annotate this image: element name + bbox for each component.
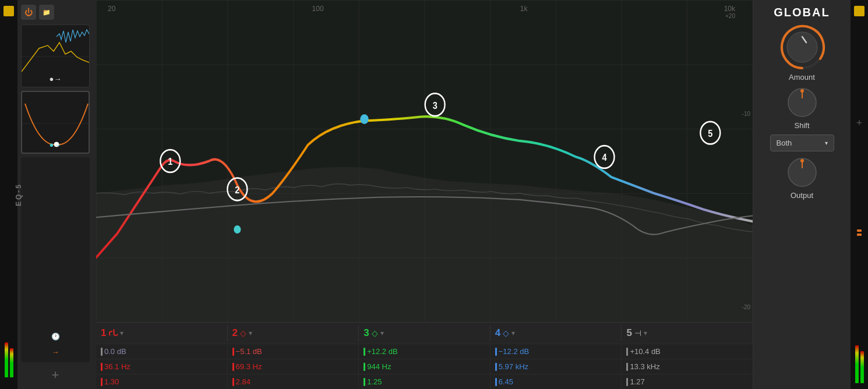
band-3-dropdown[interactable]: ▾ [380,329,384,337]
left-meter-bar2 [10,348,13,377]
amount-knob-container: Amount [779,24,825,82]
band-3-gain-cell: +12.2 dB [359,344,491,359]
output-knob[interactable] [786,156,818,189]
band-3-freq: 944 Hz [367,362,391,371]
band-4-q-indicator [495,378,497,386]
band-5-q: 1.27 [630,377,644,386]
left-meter-bar [5,342,8,377]
band-1-dropdown[interactable]: ▾ [120,329,124,337]
band-2-gain-cell: −5.1 dB [228,344,359,359]
band-4-freq-indicator [495,363,497,371]
shift-knob-container: Shift [786,86,818,130]
band-5-q-cell: 1.27 [622,374,753,389]
right-indicator-square [854,6,865,16]
gain-row: 0.0 dB −5.1 dB +12.2 dB −12.2 dB +10.4 d… [96,344,753,359]
svg-text:4: 4 [602,153,606,163]
folder-button[interactable]: 📁 [39,5,54,20]
band-2-num: 2 [232,327,238,339]
band-1-gain-cell: 0.0 dB [96,344,228,359]
band-2-q: 2.84 [236,377,250,386]
output-label: Output [791,191,813,200]
band-2-icon: ◇ [240,328,246,338]
band-3-q-cell: 1.25 [359,374,491,389]
clock-icon: 🕐 [49,330,62,343]
band-3-num: 3 [364,327,369,339]
band-type-row: 1 ꜥᒐ ▾ 2 ◇ ▾ 3 ◇ ▾ 4 ◇ ▾ [96,322,753,344]
band-5-freq-cell: 13.3 kHz [622,359,753,374]
band-5-gain: +10.4 dB [630,347,660,356]
right-orange-indicators [857,229,862,236]
band-1-icon: ꜥᒐ [108,328,118,338]
power-button[interactable]: ⏻ [21,5,36,20]
svg-text:1: 1 [168,157,172,167]
band-4-num: 4 [495,327,500,339]
band-4-gain-cell: −12.2 dB [491,344,622,359]
band-5-freq: 13.3 kHz [630,362,659,371]
both-dropdown[interactable]: Both ▾ [770,135,834,151]
both-label: Both [777,139,792,147]
eq-display: 20 100 1k 10k+20 -10 -20 [96,0,753,322]
amount-knob-svg [779,24,825,70]
band-4-freq-cell: 5.97 kHz [491,359,622,374]
band-4-icon: ◇ [503,328,509,338]
band-2-gain: −5.1 dB [236,347,262,356]
both-dropdown-arrow: ▾ [825,140,828,146]
global-title: GLOBAL [758,6,846,19]
main-container: EQ-5 ⏻ 📁 ●→ [0,0,868,389]
output-knob-container: Output [786,156,818,200]
band-5-num: 5 [626,327,631,339]
band-2-dropdown[interactable]: ▾ [249,329,252,337]
band-3-icon: ◇ [372,328,378,338]
band-2-freq-indicator [232,363,234,371]
eq-main-area: 20 100 1k 10k+20 -10 -20 [96,0,753,389]
left-strip [0,0,17,389]
band-1-gain-indicator [101,348,103,356]
band-1-type: 1 ꜥᒐ ▾ [96,325,228,341]
right-strip: + [851,0,868,389]
band-5-gain-indicator [626,348,628,356]
right-meters [855,337,864,383]
band-1-freq-cell: 36.1 Hz [96,359,228,374]
left-indicator-square [3,6,14,16]
band-4-dropdown[interactable]: ▾ [511,329,515,337]
sidebar-toolbar: ⏻ 📁 [21,5,93,20]
amount-knob[interactable] [779,24,825,70]
sidebar: EQ-5 ⏻ 📁 ●→ [17,0,96,389]
band-2-type: 2 ◇ ▾ [228,325,359,341]
lower-panel: 🕐 → [21,157,90,362]
band-1-num: 1 [101,327,106,339]
band-4-q: 6.45 [499,377,513,386]
band-4-q-cell: 6.45 [491,374,622,389]
shift-label: Shift [794,121,809,130]
band-3-gain: +12.2 dB [367,347,397,356]
freq-row: 36.1 Hz 69.3 Hz 944 Hz 5.97 kHz 13.3 kHz [96,359,753,374]
band-4-gain: −12.2 dB [499,347,529,356]
band-1-q-indicator [101,378,103,386]
add-panel-button[interactable]: + [21,366,90,384]
band-3-freq-cell: 944 Hz [359,359,491,374]
band-3-freq-indicator [364,363,365,371]
band-3-q: 1.25 [367,377,382,386]
amount-label: Amount [789,73,815,82]
band-2-q-indicator [232,378,234,386]
mini-display-1-arrow[interactable]: ●→ [50,75,62,83]
band-5-q-indicator [626,378,628,386]
band-4-gain-indicator [495,348,497,356]
band-5-dropdown[interactable]: ▾ [644,329,647,337]
band-4-type: 4 ◇ ▾ [491,325,622,341]
svg-point-11 [234,225,241,234]
svg-text:2: 2 [235,185,239,195]
mini-display-2-arrow[interactable]: ●→ [50,140,62,149]
band-3-q-indicator [364,378,365,386]
q-row: 1.30 2.84 1.25 6.45 1.27 [96,374,753,389]
output-knob-svg [786,156,818,189]
shift-knob[interactable] [786,86,818,119]
band-4-freq: 5.97 kHz [499,362,528,371]
band-2-freq: 69.3 Hz [236,362,262,371]
output-arrow[interactable]: → [52,348,59,356]
band-3-gain-indicator [364,348,365,356]
svg-point-18 [360,114,369,124]
band-1-q-cell: 1.30 [96,374,228,389]
mini-display-2: ●→ [21,91,90,154]
right-add-btn[interactable]: + [856,117,863,129]
